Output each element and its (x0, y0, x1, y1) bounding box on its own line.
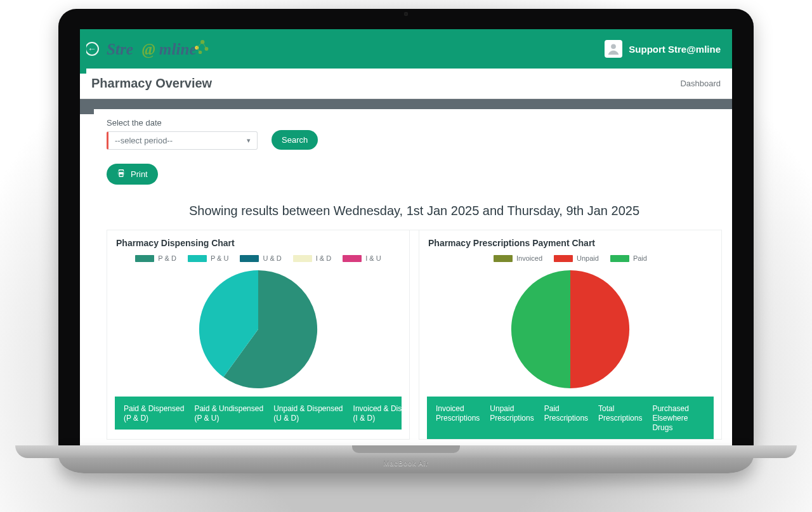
category-label: Invoiced Prescriptions (436, 404, 480, 433)
laptop-camera (404, 12, 408, 16)
svg-text:@: @ (142, 41, 155, 58)
brand-logo-icon: Stre @ mline (107, 35, 221, 63)
svg-text:mline: mline (159, 41, 197, 58)
payment-pie (427, 267, 714, 391)
brand-logo[interactable]: Stre @ mline (107, 35, 221, 63)
svg-line-9 (197, 48, 200, 52)
breadcrumb[interactable]: Dashboard (680, 79, 721, 88)
search-button[interactable]: Search (272, 130, 318, 150)
category-label: Unpaid & Dispensed(U & D) (273, 404, 343, 423)
svg-point-10 (612, 44, 617, 49)
category-label: Invoiced & Dispensed(I & D) (353, 404, 402, 423)
subheader: Pharmacy Overview Dashboard (80, 69, 732, 99)
payment-chart-title: Pharmacy Prescriptions Payment Chart (428, 238, 714, 248)
payment-legend: Invoiced Unpaid Paid (427, 254, 714, 262)
svg-line-7 (202, 42, 206, 49)
category-label: Paid & Dispensed(P & D) (124, 404, 184, 423)
period-select[interactable]: --select period-- ▾ (107, 131, 258, 150)
user-name: Support Stre@mline (629, 44, 721, 55)
category-label: Total Prescriptions (598, 404, 642, 433)
swatch-icon (293, 255, 312, 262)
search-button-label: Search (282, 135, 308, 145)
dispensing-legend: P & D P & U U & D I & D I & U (115, 254, 402, 262)
legend-item: P & U (188, 254, 229, 262)
laptop-hinge-notch (352, 445, 460, 453)
swatch-icon (188, 255, 207, 262)
category-label: Paid & Undispensed(P & U) (194, 404, 263, 423)
legend-item: P & D (135, 254, 176, 262)
page-title: Pharmacy Overview (91, 76, 212, 91)
legend-item: U & D (240, 254, 281, 262)
laptop-base: MacBook Air (58, 445, 754, 473)
swatch-icon (343, 255, 362, 262)
charts-row: Pharmacy Dispensing Chart P & D P & U U … (107, 230, 722, 440)
swatch-icon (554, 255, 573, 262)
dispensing-category-strip: Paid & Dispensed(P & D) Paid & Undispens… (115, 397, 402, 430)
payment-chart-card: Pharmacy Prescriptions Payment Chart Inv… (419, 230, 722, 440)
laptop-brand-label: MacBook Air (383, 459, 428, 467)
laptop-mockup: ← Stre @ mline (58, 9, 754, 473)
main-content: Select the date --select period-- ▾ Sear… (94, 109, 732, 445)
svg-line-8 (197, 42, 202, 48)
left-accent (80, 29, 86, 74)
payment-category-strip: Invoiced Prescriptions Unpaid Prescripti… (427, 397, 714, 439)
svg-text:Stre: Stre (107, 41, 133, 58)
swatch-icon (240, 255, 259, 262)
results-summary: Showing results between Wednesday, 1st J… (107, 204, 722, 218)
arrow-left-icon: ← (88, 44, 96, 54)
print-icon (117, 169, 126, 180)
category-label: Purchased Elsewhere Drugs (652, 404, 688, 433)
app-viewport: ← Stre @ mline (80, 29, 732, 445)
legend-item: Invoiced (494, 254, 542, 262)
filter-row: Select the date --select period-- ▾ Sear… (107, 118, 722, 150)
date-filter-label: Select the date (107, 118, 258, 128)
dispensing-chart-title: Pharmacy Dispensing Chart (116, 238, 402, 248)
pie-chart-icon (497, 267, 643, 391)
print-button-label: Print (131, 169, 148, 179)
swatch-icon (494, 255, 513, 262)
svg-rect-14 (119, 174, 123, 176)
user-menu[interactable]: Support Stre@mline (605, 40, 721, 58)
swatch-icon (135, 255, 154, 262)
back-button[interactable]: ← (85, 42, 99, 56)
print-button[interactable]: Print (107, 164, 158, 185)
legend-item: Paid (610, 254, 647, 262)
laptop-display: ← Stre @ mline (58, 9, 754, 445)
chevron-down-icon: ▾ (247, 136, 251, 145)
pie-chart-icon (185, 267, 331, 391)
date-filter: Select the date --select period-- ▾ (107, 118, 258, 150)
avatar (605, 40, 622, 58)
user-icon (606, 42, 620, 56)
topbar: ← Stre @ mline (80, 29, 732, 69)
swatch-icon (610, 255, 629, 262)
dispensing-pie (115, 267, 402, 391)
dispensing-chart-card: Pharmacy Dispensing Chart P & D P & U U … (107, 230, 410, 440)
legend-item: Unpaid (554, 254, 599, 262)
legend-item: I & D (293, 254, 331, 262)
category-label: Unpaid Prescriptions (490, 404, 534, 433)
category-label: Paid Prescriptions (544, 404, 588, 433)
legend-item: I & U (343, 254, 381, 262)
period-select-value: --select period-- (115, 136, 173, 145)
